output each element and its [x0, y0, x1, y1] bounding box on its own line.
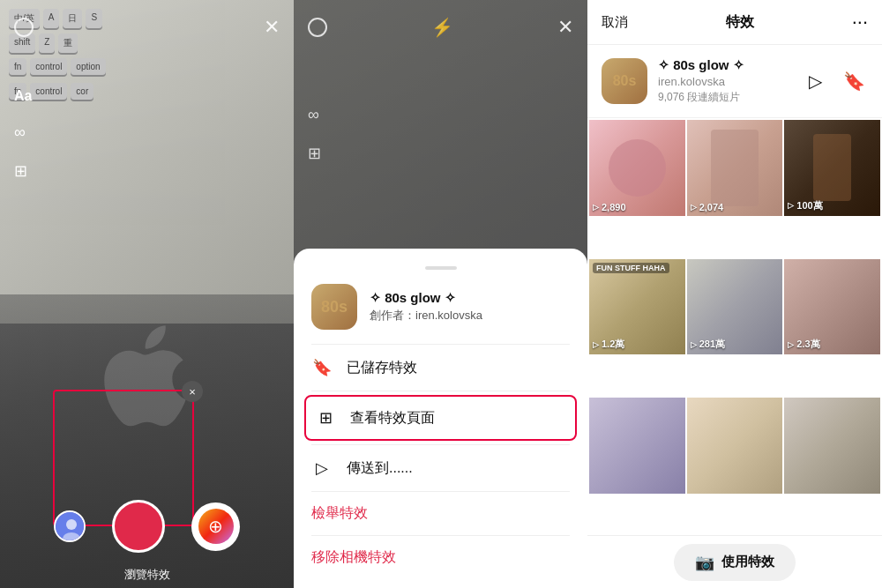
middle-panel: ⚡ ✕ ∞ ⊞ 80s ✧ 80s glow ✧ 創作者：iren.kolovs… [294, 0, 587, 588]
record-button[interactable] [112, 500, 165, 553]
remove-effect-item[interactable]: 移除相機特效 [294, 536, 587, 579]
saved-effects-item[interactable]: 🔖 已儲存特效 [294, 345, 587, 391]
layout-icon[interactable]: ⊞ [14, 161, 32, 181]
left-ui-overlay: ✕ Aa ∞ ⊞ × ⊕ 瀏覽特效 [0, 0, 294, 588]
right-effect-info: 80s ✧ 80s glow ✧ iren.kolovska 9,076 段連續… [587, 45, 882, 118]
view-count: ▷2,074 [691, 202, 724, 212]
avatar-thumbnail[interactable] [54, 510, 86, 542]
close-icon[interactable]: ✕ [264, 16, 280, 39]
svg-point-1 [66, 519, 77, 530]
right-panel-title: 特效 [726, 13, 754, 32]
popup-effect-info: ✧ 80s glow ✧ 創作者：iren.kolovska [370, 290, 570, 324]
close-icon[interactable]: ✕ [557, 16, 573, 39]
right-effect-creator: iren.kolovska [658, 75, 790, 88]
flash-off-icon[interactable]: ⚡ [431, 17, 453, 38]
send-to-label: 傳送到...... [347, 459, 413, 478]
view-effect-page-item[interactable]: ⊞ 查看特效頁面 [304, 395, 577, 441]
circle-icon [14, 18, 34, 37]
selection-close-button[interactable]: × [182, 381, 203, 402]
browse-effects-label: 瀏覽特效 [124, 567, 170, 583]
send-to-item[interactable]: ▷ 傳送到...... [294, 445, 587, 491]
add-square-icon: ⊞ [315, 407, 336, 428]
grid-item[interactable]: ▷2,074 [687, 120, 783, 216]
send-action-button[interactable]: ▷ [801, 67, 829, 95]
bookmark-action-button[interactable]: 🔖 [840, 67, 868, 95]
sheet-handle [425, 266, 457, 270]
report-effect-item[interactable]: 檢舉特效 [294, 492, 587, 535]
view-count: ▷100萬 [788, 199, 822, 212]
view-count: ▷2,890 [593, 202, 626, 212]
saved-effects-label: 已儲存特效 [347, 359, 417, 377]
section-label: FUN STUFF HAHA [593, 263, 669, 273]
grid-item[interactable] [784, 398, 880, 494]
effects-icon: ⊕ [198, 509, 234, 544]
effect-popup-sheet: 80s ✧ 80s glow ✧ 創作者：iren.kolovska 🔖 已儲存… [294, 249, 587, 588]
grid-item[interactable]: FUN STUFF HAHA ▷1.2萬 [589, 259, 685, 355]
send-icon: ▷ [311, 458, 333, 479]
view-effect-page-label: 查看特效頁面 [350, 409, 435, 428]
layout-icon[interactable]: ⊞ [308, 144, 321, 163]
camera-icon: 📷 [695, 553, 714, 572]
circle-icon [308, 18, 327, 37]
grid-item[interactable] [589, 398, 685, 494]
right-effect-name: ✧ 80s glow ✧ [658, 57, 790, 73]
left-panel: 中/英 A 日 S shift Z 重 fn control option fn… [0, 0, 294, 588]
view-count: ▷281萬 [691, 338, 725, 351]
grid-item[interactable]: ▷2.3萬 [784, 259, 880, 355]
bookmark-icon: 🔖 [311, 357, 333, 378]
right-effect-actions: ▷ 🔖 [801, 67, 868, 95]
left-bottom-bar: ⊕ 瀏覽特效 [0, 500, 294, 588]
right-video-grid: ▷2,890 ▷2,074 ▷100萬 FUN STUFF HAHA ▷1.2萬… [587, 118, 882, 537]
grid-item[interactable] [687, 398, 783, 494]
left-top-bar: ✕ [0, 16, 294, 39]
effects-button[interactable]: ⊕ [191, 502, 240, 551]
use-effect-label: 使用特效 [721, 554, 774, 570]
more-options-button[interactable]: ··· [852, 12, 868, 32]
grid-item[interactable]: ▷2,890 [589, 120, 685, 216]
popup-effect-creator: 創作者：iren.kolovska [370, 308, 570, 324]
middle-side-icons: ∞ ⊞ [308, 106, 321, 163]
view-count: ▷2.3萬 [788, 338, 819, 351]
camera-controls: ⊕ [54, 500, 240, 553]
infinity-icon[interactable]: ∞ [14, 123, 32, 142]
report-effect-label: 檢舉特效 [311, 504, 368, 523]
right-bottom-bar: 📷 使用特效 [587, 535, 882, 588]
middle-top-bar: ⚡ ✕ [294, 16, 587, 39]
remove-effect-label: 移除相機特效 [311, 548, 396, 567]
infinity-icon[interactable]: ∞ [308, 106, 321, 124]
text-icon[interactable]: Aa [14, 88, 32, 104]
popup-effect-name: ✧ 80s glow ✧ [370, 290, 570, 306]
right-effect-icon: 80s [602, 58, 647, 104]
right-effect-text: ✧ 80s glow ✧ iren.kolovska 9,076 段連續短片 [658, 57, 790, 105]
grid-item[interactable]: ▷281萬 [687, 259, 783, 355]
use-effect-button[interactable]: 📷 使用特效 [674, 544, 796, 581]
left-side-icons: Aa ∞ ⊞ [14, 88, 32, 181]
view-count: ▷1.2萬 [593, 338, 624, 351]
cancel-button[interactable]: 取消 [602, 14, 628, 31]
popup-effect-header: 80s ✧ 80s glow ✧ 創作者：iren.kolovska [294, 284, 587, 344]
divider [311, 391, 570, 391]
effect-icon-text: 80s [321, 298, 348, 316]
view-effect-page-container: ⊞ 查看特效頁面 [304, 395, 577, 441]
right-effect-stats: 9,076 段連續短片 [658, 90, 790, 105]
right-panel: 取消 特效 ··· 80s ✧ 80s glow ✧ iren.kolovska… [587, 0, 882, 588]
popup-effect-icon: 80s [311, 284, 357, 330]
right-header: 取消 特效 ··· [587, 0, 882, 45]
grid-item[interactable]: ▷100萬 [784, 120, 880, 216]
